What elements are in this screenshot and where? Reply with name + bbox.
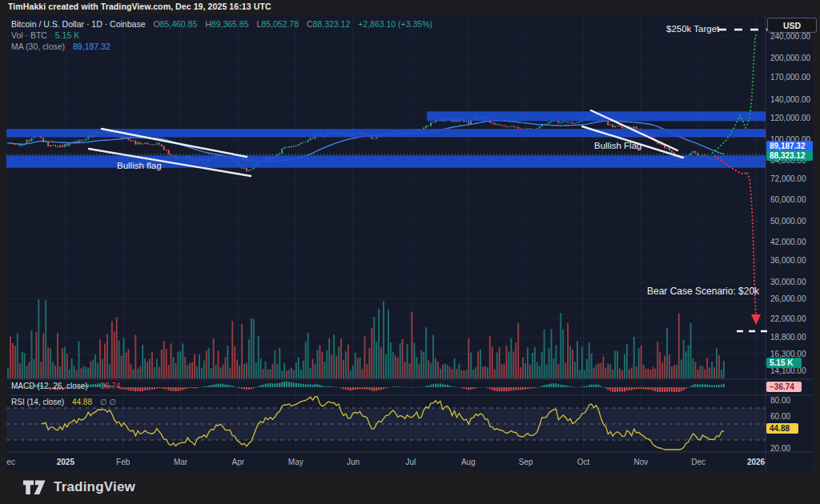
- attribution-text: TimHakki created with TradingView.com, D…: [8, 2, 271, 13]
- annotation-bullish-flag-2[interactable]: Bullish Flag: [594, 141, 641, 150]
- svg-text:72,000.00: 72,000.00: [770, 174, 806, 183]
- tradingview-logo-icon[interactable]: [22, 480, 46, 495]
- macd-label: MACD (12, 26, close): [11, 382, 88, 390]
- svg-text:120,000.00: 120,000.00: [770, 114, 810, 122]
- ohlc-open-label: O: [153, 19, 159, 29]
- ohlc-high-label: H: [205, 19, 211, 29]
- svg-text:Dec: Dec: [6, 458, 15, 466]
- svg-text:60.00: 60.00: [770, 412, 790, 421]
- svg-text:16,300.00: 16,300.00: [770, 350, 806, 358]
- chart-canvas[interactable]: 240,000.00200,000.00170,000.00140,000.00…: [6, 14, 814, 470]
- svg-text:5.15 K: 5.15 K: [770, 358, 794, 367]
- volume-label: Vol · BTC: [11, 30, 47, 40]
- svg-text:Apr: Apr: [232, 458, 245, 466]
- ma-value: 89,187.32: [73, 42, 111, 51]
- legend-rsi-row[interactable]: RSI (14, close) 44.88 ∅ ∅: [11, 398, 116, 406]
- svg-text:20.00: 20.00: [770, 444, 790, 453]
- rsi-value: 44.88: [72, 398, 92, 406]
- svg-text:Nov: Nov: [633, 458, 648, 466]
- svg-text:200,000.00: 200,000.00: [770, 54, 810, 62]
- svg-text:Jul: Jul: [406, 458, 416, 466]
- time-axis[interactable]: Dec2025FebMarAprMayJunJulAugSepOctNovDec…: [6, 458, 766, 466]
- svg-text:140,000.00: 140,000.00: [770, 95, 810, 104]
- svg-text:50,000.00: 50,000.00: [770, 217, 806, 226]
- svg-text:Sep: Sep: [519, 458, 533, 466]
- svg-text:Dec: Dec: [691, 458, 705, 466]
- svg-text:60,000.00: 60,000.00: [770, 195, 806, 204]
- svg-text:18,800.00: 18,800.00: [770, 333, 806, 342]
- tradingview-snapshot: TimHakki created with TradingView.com, D…: [0, 0, 820, 504]
- svg-text:22,000.00: 22,000.00: [770, 314, 806, 323]
- rsi-smoothing-icons: ∅ ∅: [100, 398, 116, 406]
- change-value: +2,863.10 (+3.35%): [358, 19, 432, 29]
- svg-text:May: May: [288, 458, 303, 466]
- legend-volume-row[interactable]: Vol · BTC 5.15 K: [11, 30, 432, 41]
- footer-bar: TradingView: [0, 470, 820, 504]
- volume-value: 5.15 K: [55, 30, 79, 40]
- svg-text:Mar: Mar: [174, 458, 188, 466]
- svg-text:89,187.32: 89,187.32: [770, 142, 806, 150]
- volume-layer: [7, 299, 725, 378]
- rsi-label: RSI (14, close): [11, 398, 64, 406]
- svg-text:44.88: 44.88: [770, 424, 790, 433]
- annotation-bullish-flag-1[interactable]: Bullish flag: [117, 161, 162, 170]
- ohlc-close-value: 88,323.12: [313, 19, 351, 29]
- ohlc-low-value: 85,052.78: [261, 19, 299, 29]
- footer-brand-text[interactable]: TradingView: [54, 479, 135, 495]
- legend: Bitcoin / U.S. Dollar · 1D · Coinbase O8…: [11, 19, 432, 53]
- svg-text:Oct: Oct: [577, 458, 590, 466]
- svg-text:30,000.00: 30,000.00: [770, 278, 806, 286]
- svg-text:14,100.00: 14,100.00: [770, 366, 806, 375]
- svg-text:2025: 2025: [57, 458, 75, 466]
- svg-text:42,000.00: 42,000.00: [770, 238, 806, 246]
- svg-text:88,323.12: 88,323.12: [770, 151, 806, 160]
- currency-toggle-button[interactable]: USD: [767, 18, 817, 33]
- svg-text:Jun: Jun: [347, 458, 360, 466]
- svg-text:170,000.00: 170,000.00: [770, 73, 810, 82]
- svg-text:Aug: Aug: [461, 458, 476, 466]
- svg-text:36,000.00: 36,000.00: [770, 256, 806, 265]
- svg-text:26,000.00: 26,000.00: [770, 294, 806, 303]
- projection-bear-path[interactable]: [715, 156, 767, 331]
- svg-text:80.00: 80.00: [770, 396, 790, 405]
- symbol-title: Bitcoin / U.S. Dollar · 1D · Coinbase: [11, 19, 145, 29]
- annotation-bear-case[interactable]: Bear Case Scenario: $20k: [647, 286, 759, 297]
- ohlc-high-value: 89,365.85: [211, 19, 249, 29]
- svg-text:−36.74: −36.74: [770, 382, 794, 391]
- axis-price-boxes: 89,187.3288,323.125.15 K−36.7444.88: [766, 141, 813, 434]
- legend-ma-row[interactable]: MA (30, close) 89,187.32: [11, 42, 432, 52]
- macd-value: −36.74: [95, 382, 120, 390]
- legend-macd-row[interactable]: MACD (12, 26, close) −36.74: [11, 382, 120, 390]
- legend-symbol-row[interactable]: Bitcoin / U.S. Dollar · 1D · Coinbase O8…: [11, 19, 432, 30]
- svg-text:2026: 2026: [747, 458, 766, 466]
- ma-label: MA (30, close): [11, 42, 65, 51]
- ohlc-open-value: 85,460.85: [160, 19, 198, 29]
- ohlc-close-label: C: [307, 19, 313, 29]
- svg-text:Feb: Feb: [116, 458, 131, 466]
- svg-text:240,000.00: 240,000.00: [770, 32, 810, 41]
- annotation-250k-target[interactable]: $250k Target: [666, 24, 719, 34]
